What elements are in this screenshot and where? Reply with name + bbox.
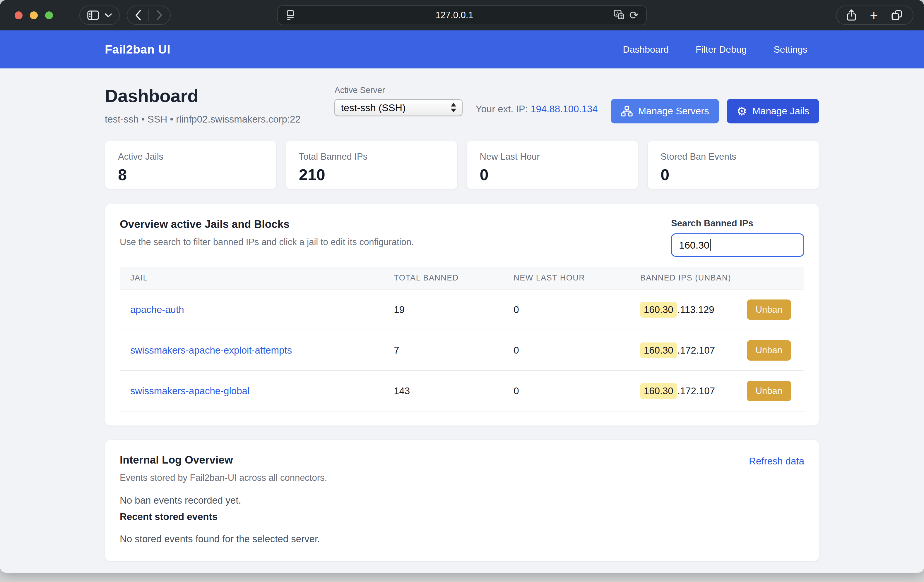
total-banned-value: 143 [383,385,503,396]
stat-card-total-banned: Total Banned IPs 210 [286,141,458,189]
banned-ip-cell: 160.30 .113.129 Unban [630,299,804,320]
page-body: Dashboard test-ssh • SSH • rlinfp02.swis… [0,68,924,573]
overview-titles: Overview active Jails and Blocks Use the… [120,218,414,247]
external-ip-label: Your ext. IP: [475,104,528,114]
app-brand: Fail2ban UI [105,43,170,56]
page-settings-icon[interactable] [285,9,295,21]
no-ban-events-message: No ban events recorded yet. [120,495,804,506]
page-subtitle: test-ssh • SSH • rlinfp02.swissmakers.co… [105,114,301,125]
app-navbar: Fail2ban UI Dashboard Filter Debug Setti… [0,30,924,68]
manage-jails-label: Manage Jails [752,105,809,117]
manage-servers-button[interactable]: Manage Servers [611,99,719,123]
divider [148,9,149,21]
new-last-hour-value: 0 [503,385,630,396]
minimize-button[interactable] [30,12,38,19]
stat-label: New Last Hour [480,151,625,162]
recent-stored-events-title: Recent stored events [120,511,804,522]
stats-row: Active Jails 8 Total Banned IPs 210 New … [105,141,819,189]
sitemap-icon [621,105,633,117]
jail-link[interactable]: apache-auth [130,304,184,315]
svg-text:文: 文 [620,15,623,19]
nav-link-filter-debug[interactable]: Filter Debug [696,44,747,55]
ip-rest: .113.129 [678,304,714,315]
active-server-select[interactable]: test-ssh (SSH) [334,99,463,116]
external-ip: Your ext. IP: 194.88.100.134 [475,104,597,115]
gear-icon: ⚙ [737,105,747,117]
chevron-down-icon [104,13,112,18]
page-title: Dashboard [105,85,301,106]
unban-button[interactable]: Unban [747,381,791,401]
address-bar[interactable]: 127.0.0.1 A 文 ⟳ [277,5,647,25]
nav-link-dashboard[interactable]: Dashboard [623,44,669,55]
no-stored-events-message: No stored events found for the selected … [120,533,804,544]
active-server-value: test-ssh (SSH) [341,102,406,113]
stat-card-new-last-hour: New Last Hour 0 [467,141,639,189]
traffic-lights [15,12,53,19]
browser-chrome: 127.0.0.1 A 文 ⟳ [0,0,924,30]
refresh-data-link[interactable]: Refresh data [749,455,804,467]
ip-match-highlight: 160.30 [640,302,677,317]
log-titles: Internal Log Overview Events stored by F… [120,454,327,483]
ip-match-highlight: 160.30 [640,383,677,399]
search-input-value: 160.30 [679,240,710,251]
stat-label: Total Banned IPs [299,151,444,162]
back-icon[interactable] [133,8,144,23]
zoom-button[interactable] [45,12,53,19]
reload-icon[interactable]: ⟳ [629,10,639,21]
manage-jails-button[interactable]: ⚙ Manage Jails [727,99,819,123]
jail-link[interactable]: swissmakers-apache-exploit-attempts [130,345,292,356]
log-subtitle: Events stored by Fail2ban-UI across all … [120,473,327,483]
select-stepper-icon [449,102,458,113]
text-cursor [710,239,711,251]
overview-panel: Overview active Jails and Blocks Use the… [105,204,819,426]
stat-value: 8 [118,166,264,184]
stat-value: 210 [299,166,444,184]
jail-link[interactable]: swissmakers-apache-global [130,385,249,396]
log-title: Internal Log Overview [120,454,327,466]
table-header-row: JAIL TOTAL BANNED NEW LAST HOUR BANNED I… [120,267,804,289]
translate-icon[interactable]: A 文 [613,9,625,21]
new-tab-icon[interactable]: + [870,8,878,22]
stat-label: Stored Ban Events [660,151,806,162]
browser-window: 127.0.0.1 A 文 ⟳ [0,0,924,573]
dashboard-header: Dashboard test-ssh • SSH • rlinfp02.swis… [105,85,819,125]
external-ip-value[interactable]: 194.88.100.134 [531,104,597,114]
table-row: apache-auth 19 0 160.30 .113.129 Unban [120,289,804,330]
unban-button[interactable]: Unban [747,340,791,361]
tab-overview-icon[interactable] [891,9,903,21]
jails-table: JAIL TOTAL BANNED NEW LAST HOUR BANNED I… [120,267,804,411]
title-block: Dashboard test-ssh • SSH • rlinfp02.swis… [105,85,301,125]
total-banned-value: 19 [383,304,503,315]
ip-rest: .172.107 [678,345,715,356]
forward-icon[interactable] [154,8,165,23]
unban-button[interactable]: Unban [747,299,791,320]
nav-link-settings[interactable]: Settings [774,44,807,55]
search-banned-ips-input[interactable]: 160.30 [671,233,804,257]
search-block: Search Banned IPs 160.30 [671,218,804,257]
active-server-label: Active Server [334,85,463,95]
column-header-banned-ips: BANNED IPS (UNBAN) [630,273,804,283]
ip-rest: .172.107 [678,385,715,396]
new-last-hour-value: 0 [503,345,630,356]
share-icon[interactable] [846,9,856,21]
manage-servers-label: Manage Servers [638,105,709,117]
close-button[interactable] [15,12,23,19]
stat-value: 0 [480,166,625,184]
stat-card-active-jails: Active Jails 8 [105,141,277,189]
sidebar-toggle[interactable] [79,5,120,25]
new-last-hour-value: 0 [503,304,630,315]
ip-match-highlight: 160.30 [640,342,677,358]
column-header-total-banned: TOTAL BANNED [383,273,503,283]
history-navigation [127,5,171,25]
total-banned-value: 7 [383,345,503,356]
table-row: swissmakers-apache-exploit-attempts 7 0 … [120,330,804,371]
overview-subtitle: Use the search to filter banned IPs and … [120,237,414,247]
stat-label: Active Jails [118,151,264,162]
column-header-new-last-hour: NEW LAST HOUR [503,273,630,283]
banned-ip-cell: 160.30 .172.107 Unban [630,381,804,401]
stat-value: 0 [660,166,806,184]
active-server-block: Active Server test-ssh (SSH) [334,85,463,116]
banned-ip-cell: 160.30 .172.107 Unban [630,340,804,361]
url-text: 127.0.0.1 [295,10,613,20]
overview-title: Overview active Jails and Blocks [120,218,414,230]
